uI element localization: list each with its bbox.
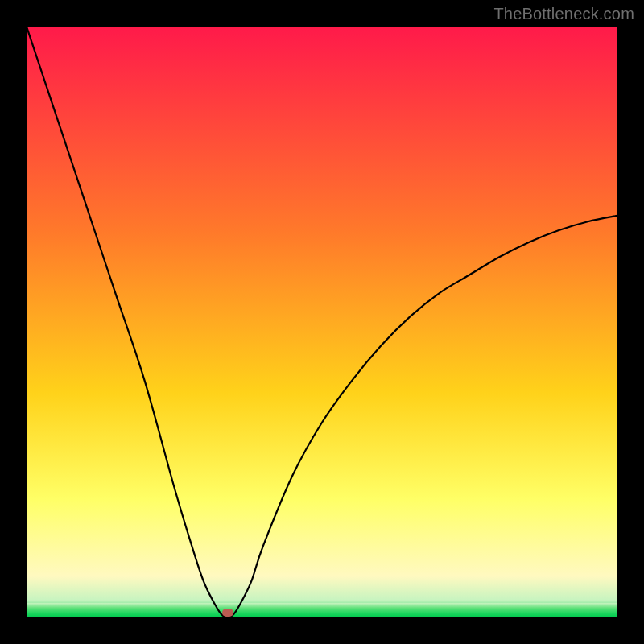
chart-frame: TheBottleneck.com [0, 0, 644, 644]
watermark-text: TheBottleneck.com [493, 5, 634, 23]
plot-area [27, 27, 617, 617]
bottleneck-curve [27, 27, 617, 617]
minimum-marker [222, 609, 233, 617]
